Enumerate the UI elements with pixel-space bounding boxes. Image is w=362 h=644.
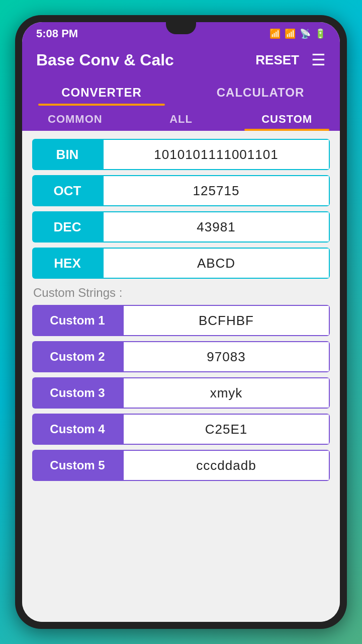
tab-calculator[interactable]: CALCULATOR bbox=[181, 76, 340, 106]
custom1-label: Custom 1 bbox=[32, 305, 123, 336]
header-actions: RESET ☰ bbox=[255, 50, 326, 69]
custom-strings-label: Custom Strings : bbox=[33, 286, 330, 300]
signal-icon-1: 📶 bbox=[269, 28, 281, 39]
custom5-value[interactable]: cccddadb bbox=[123, 450, 330, 481]
bin-value[interactable]: 1010101111001101 bbox=[103, 139, 330, 170]
app-title: Base Conv & Calc bbox=[36, 51, 174, 69]
converter-row-bin: BIN 1010101111001101 bbox=[32, 139, 330, 170]
status-icons: 📶 📶 📡 🔋 bbox=[269, 28, 326, 39]
custom5-label: Custom 5 bbox=[32, 450, 123, 481]
main-tabs: CONVERTER CALCULATOR bbox=[22, 76, 340, 106]
dec-label: DEC bbox=[32, 211, 103, 243]
app-header: Base Conv & Calc RESET ☰ bbox=[22, 43, 340, 76]
subtab-custom[interactable]: CUSTOM bbox=[234, 106, 340, 131]
custom-row-2: Custom 2 97083 bbox=[32, 341, 330, 372]
custom4-label: Custom 4 bbox=[32, 414, 123, 445]
hex-label: HEX bbox=[32, 248, 103, 279]
custom2-value[interactable]: 97083 bbox=[123, 341, 330, 372]
oct-value[interactable]: 125715 bbox=[103, 175, 330, 206]
custom-row-4: Custom 4 C25E1 bbox=[32, 414, 330, 445]
notch bbox=[166, 22, 196, 34]
status-time: 5:08 PM bbox=[36, 27, 78, 40]
converter-row-oct: OCT 125715 bbox=[32, 175, 330, 206]
subtab-all[interactable]: ALL bbox=[128, 106, 234, 131]
dec-value[interactable]: 43981 bbox=[103, 211, 330, 243]
converter-row-hex: HEX ABCD bbox=[32, 248, 330, 279]
custom-row-1: Custom 1 BCFHBF bbox=[32, 305, 330, 336]
hex-value[interactable]: ABCD bbox=[103, 248, 330, 279]
wifi-icon: 📡 bbox=[300, 28, 311, 39]
tab-converter[interactable]: CONVERTER bbox=[22, 76, 181, 106]
custom3-value[interactable]: xmyk bbox=[123, 377, 330, 409]
phone-screen: 5:08 PM 📶 📶 📡 🔋 Base Conv & Calc RESET ☰… bbox=[22, 22, 340, 622]
phone-frame: 5:08 PM 📶 📶 📡 🔋 Base Conv & Calc RESET ☰… bbox=[15, 15, 347, 629]
custom3-label: Custom 3 bbox=[32, 377, 123, 409]
menu-icon[interactable]: ☰ bbox=[311, 50, 326, 69]
subtab-common[interactable]: COMMON bbox=[22, 106, 128, 131]
bottom-bar bbox=[22, 608, 340, 622]
content-area: BIN 1010101111001101 OCT 125715 DEC 4398… bbox=[22, 131, 340, 608]
converter-row-dec: DEC 43981 bbox=[32, 211, 330, 243]
bin-label: BIN bbox=[32, 139, 103, 170]
oct-label: OCT bbox=[32, 175, 103, 206]
signal-icon-2: 📶 bbox=[285, 28, 296, 39]
custom1-value[interactable]: BCFHBF bbox=[123, 305, 330, 336]
custom-row-3: Custom 3 xmyk bbox=[32, 377, 330, 409]
sub-tabs: COMMON ALL CUSTOM bbox=[22, 106, 340, 131]
custom4-value[interactable]: C25E1 bbox=[123, 414, 330, 445]
reset-button[interactable]: RESET bbox=[255, 52, 299, 68]
custom2-label: Custom 2 bbox=[32, 341, 123, 372]
battery-icon: 🔋 bbox=[315, 28, 326, 39]
custom-row-5: Custom 5 cccddadb bbox=[32, 450, 330, 481]
